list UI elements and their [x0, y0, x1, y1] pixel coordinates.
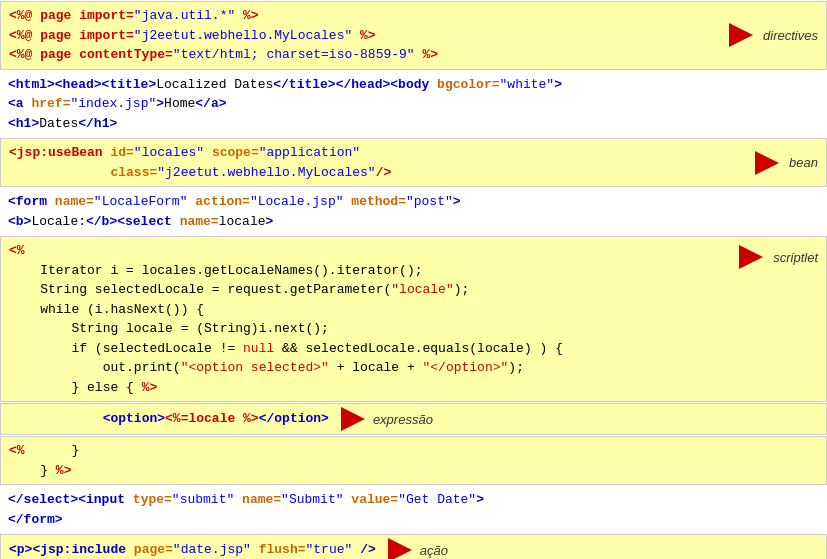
- code-line: class="j2eetut.webhello.MyLocales"/>: [9, 163, 726, 183]
- closing-section: </select><input type="submit" name="Subm…: [0, 486, 827, 533]
- code-line: if (selectedLocale != null && selectedLo…: [9, 339, 706, 359]
- code-line: <a href="index.jsp">Home</a>: [8, 94, 819, 114]
- code-line: String selectedLocale = request.getParam…: [9, 280, 706, 300]
- code-line: <%@ page import="j2eetut.webhello.MyLoca…: [9, 26, 646, 46]
- annotation-label: bean: [789, 155, 818, 170]
- annotation-label: ação: [420, 543, 448, 558]
- annotation-label: expressão: [373, 412, 433, 427]
- annotation-label: scriptlet: [773, 250, 818, 265]
- bean-annotation: bean: [755, 151, 818, 175]
- code-line: while (i.hasNext()) {: [9, 300, 706, 320]
- expression-section: <option><%=locale %></option> expressão: [0, 403, 827, 435]
- code-line: </select><input type="submit" name="Subm…: [8, 490, 819, 510]
- code-line: <option><%=locale %></option>: [9, 409, 329, 429]
- code-line: <%@ page import="java.util.*" %>: [9, 6, 646, 26]
- include-section: <p><jsp:include page="date.jsp" flush="t…: [0, 534, 827, 559]
- form-section: <form name="LocaleForm" action="Locale.j…: [0, 188, 827, 235]
- code-line: String locale = (String)i.next();: [9, 319, 706, 339]
- code-line: <form name="LocaleForm" action="Locale.j…: [8, 192, 819, 212]
- expression-annotation: expressão: [341, 407, 433, 431]
- code-line: <html><head><title>Localized Dates</titl…: [8, 75, 819, 95]
- code-line: <p><jsp:include page="date.jsp" flush="t…: [9, 540, 376, 559]
- arrow-icon: [341, 407, 365, 431]
- directives-annotation: directives: [729, 23, 818, 47]
- html-header-section: <html><head><title>Localized Dates</titl…: [0, 71, 827, 138]
- include-annotation: ação: [388, 538, 448, 559]
- code-line: } else { %>: [9, 378, 706, 398]
- code-line: <% }: [9, 441, 818, 461]
- directives-section: <%@ page import="java.util.*" %> <%@ pag…: [0, 1, 827, 70]
- code-line: <h1>Dates</h1>: [8, 114, 819, 134]
- code-container: <%@ page import="java.util.*" %> <%@ pag…: [0, 1, 827, 559]
- code-line: <b>Locale:</b><select name=locale>: [8, 212, 819, 232]
- scriptlet-section: <% Iterator i = locales.getLocaleNames()…: [0, 236, 827, 402]
- code-line: <%@ page contentType="text/html; charset…: [9, 45, 646, 65]
- code-line: <jsp:useBean id="locales" scope="applica…: [9, 143, 726, 163]
- code-line: out.print("<option selected>" + locale +…: [9, 358, 706, 378]
- code-line: </form>: [8, 510, 819, 530]
- annotation-label: directives: [763, 28, 818, 43]
- scriptlet-annotation: scriptlet: [739, 245, 818, 269]
- code-line: Iterator i = locales.getLocaleNames().it…: [9, 261, 706, 281]
- bean-section: <jsp:useBean id="locales" scope="applica…: [0, 138, 827, 187]
- arrow-icon: [388, 538, 412, 559]
- arrow-icon: [755, 151, 779, 175]
- code-line: } %>: [9, 461, 818, 481]
- arrow-icon: [729, 23, 753, 47]
- arrow-icon: [739, 245, 763, 269]
- code-line: <%: [9, 241, 706, 261]
- scriptlet-end-section: <% } } %>: [0, 436, 827, 485]
